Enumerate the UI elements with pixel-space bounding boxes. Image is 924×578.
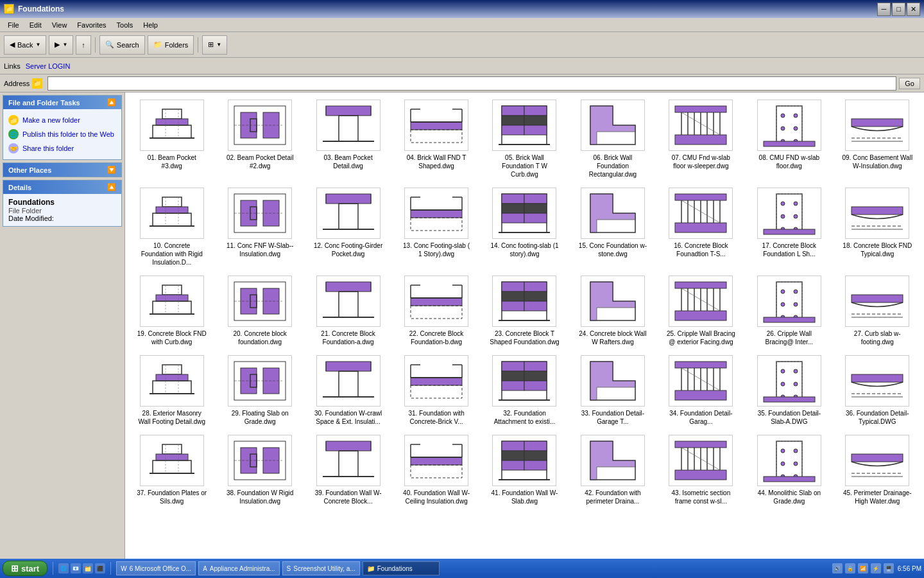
svg-rect-17 bbox=[411, 130, 462, 143]
taskbar-app-3[interactable]: S Screenshot Utility, a... bbox=[282, 561, 360, 575]
views-dropdown-icon[interactable]: ▼ bbox=[216, 42, 221, 48]
content-area[interactable]: 01. Beam Pocket #3.dwg 02. Beam Pocket D… bbox=[125, 92, 924, 559]
file-item[interactable]: 08. CMU FND w-slab floor.dwg bbox=[745, 95, 833, 183]
file-item[interactable]: 05. Brick Wall Foundation T W Curb.dwg bbox=[481, 95, 569, 183]
taskbar-app-2[interactable]: A Appliance Administra... bbox=[198, 561, 279, 575]
file-thumbnail bbox=[228, 435, 292, 486]
file-item[interactable]: 32. Foundation Attachment to existi... bbox=[481, 351, 569, 430]
go-button[interactable]: Go bbox=[899, 78, 920, 89]
other-section-header[interactable]: Other Places 🔽 bbox=[3, 163, 121, 177]
file-item[interactable]: 35. Foundation Detail-Slab-A.DWG bbox=[745, 351, 833, 430]
publish-folder-task[interactable]: 🌐 Publish this folder to the Web bbox=[8, 127, 116, 141]
close-button[interactable]: ✕ bbox=[907, 3, 920, 16]
up-button[interactable]: ↑ bbox=[76, 35, 91, 55]
file-item[interactable]: 17. Concrete Block Foundation L Sh... bbox=[745, 183, 833, 271]
windows-icon: ⊞ bbox=[11, 563, 19, 574]
file-item[interactable]: 18. Concrete Block FND Typical.dwg bbox=[834, 183, 921, 271]
tasks-section-header[interactable]: File and Folder Tasks 🔼 bbox=[3, 96, 121, 109]
file-item[interactable]: 29. Floating Slab on Grade.dwg bbox=[216, 351, 304, 430]
file-item[interactable]: 33. Foundation Detail-Garage T... bbox=[569, 351, 656, 430]
file-item[interactable]: 37. Foundation Plates or Sils.dwg bbox=[128, 430, 216, 510]
file-item[interactable]: 07. CMU Fnd w-slab floor w-sleeper.dwg bbox=[657, 95, 745, 183]
back-button[interactable]: ◀ Back ▼ bbox=[4, 35, 46, 55]
taskbar-app-4-foundations[interactable]: 📁 Foundations bbox=[363, 561, 440, 575]
file-item[interactable]: 04. Brick Wall FND T Shaped.dwg bbox=[392, 95, 480, 183]
tray-icon-3[interactable]: 📶 bbox=[858, 563, 868, 574]
file-item[interactable]: 26. Cripple Wall Bracing@ Inter... bbox=[745, 271, 833, 351]
file-item[interactable]: 09. Conc Basement Wall W-Insulation.dwg bbox=[834, 95, 921, 183]
menu-help[interactable]: Help bbox=[138, 20, 163, 30]
file-item[interactable]: 15. Conc Foundation w-stone.dwg bbox=[569, 183, 656, 271]
tray-icon-1[interactable]: 🔊 bbox=[832, 563, 843, 574]
file-item[interactable]: 11. Conc FNF W-Slab--Insulation.dwg bbox=[216, 183, 304, 271]
file-item[interactable]: 20. Concrete block foundation.dwg bbox=[216, 271, 304, 351]
tray-icon-4[interactable]: ⚡ bbox=[871, 563, 881, 574]
menu-view[interactable]: View bbox=[47, 20, 73, 30]
file-item[interactable]: 12. Conc Footing-Girder Pocket.dwg bbox=[304, 183, 392, 271]
file-item[interactable]: 38. Foundation W Rigid Insulation.dwg bbox=[216, 430, 304, 510]
file-item[interactable]: 10. Concrete Foundation with Rigid Insul… bbox=[128, 183, 216, 271]
file-name: 18. Concrete Block FND Typical.dwg bbox=[842, 241, 912, 258]
quicklaunch-icon-4[interactable]: ⬛ bbox=[95, 563, 105, 574]
server-login-link[interactable]: Server LOGIN bbox=[26, 62, 71, 70]
file-item[interactable]: 02. Beam Pocket Detail #2.dwg bbox=[216, 95, 304, 183]
file-item[interactable]: 34. Foundation Detail-Garag... bbox=[657, 351, 745, 430]
file-item[interactable]: 16. Concrete Block Founadtion T-S... bbox=[657, 183, 745, 271]
menu-favorites[interactable]: Favorites bbox=[72, 20, 111, 30]
file-item[interactable]: 40. Foundation Wall W-Ceiling Insulation… bbox=[392, 430, 480, 510]
svg-point-88 bbox=[781, 202, 785, 206]
address-input[interactable] bbox=[51, 80, 893, 87]
file-item[interactable]: 14. Conc footing-slab (1 story).dwg bbox=[481, 183, 569, 271]
folders-button[interactable]: 📁 Folders bbox=[148, 35, 194, 55]
forward-dropdown-icon[interactable]: ▼ bbox=[62, 42, 67, 48]
file-thumbnail bbox=[228, 100, 292, 151]
file-item[interactable]: 44. Monolithic Slab on Grade.dwg bbox=[745, 430, 833, 510]
views-button[interactable]: ⊞ ▼ bbox=[202, 35, 227, 55]
file-item[interactable]: 01. Beam Pocket #3.dwg bbox=[128, 95, 216, 183]
file-item[interactable]: 45. Perimeter Drainage-High Water.dwg bbox=[834, 430, 921, 510]
quicklaunch-icon-3[interactable]: 🗂️ bbox=[83, 563, 93, 574]
file-item[interactable]: 41. Foundation Wall W-Slab.dwg bbox=[481, 430, 569, 510]
file-item[interactable]: 27. Curb slab w-footing.dwg bbox=[834, 271, 921, 351]
file-item[interactable]: 13. Conc Footing-slab ( 1 Story).dwg bbox=[392, 183, 480, 271]
svg-rect-216 bbox=[502, 441, 524, 451]
taskbar-app-1[interactable]: W 6 Microsoft Office O... bbox=[116, 561, 196, 575]
file-item[interactable]: 31. Foundation with Concrete-Brick V... bbox=[392, 351, 480, 430]
maximize-button[interactable]: □ bbox=[892, 3, 905, 16]
tray-icon-5[interactable]: 🖥️ bbox=[884, 563, 894, 574]
menu-file[interactable]: File bbox=[3, 20, 24, 30]
file-item[interactable]: 03. Beam Pocket Detail.dwg bbox=[304, 95, 392, 183]
file-item[interactable]: 39. Foundation Wall W-Concrete Block... bbox=[304, 430, 392, 510]
file-name: 25. Cripple Wall Bracing @ exterior Faci… bbox=[665, 329, 736, 346]
quicklaunch-icon-2[interactable]: 📧 bbox=[71, 563, 81, 574]
forward-button[interactable]: ▶ ▼ bbox=[49, 35, 73, 55]
start-button[interactable]: ⊞ start bbox=[3, 561, 47, 576]
file-item[interactable]: 19. Concrete Block FND with Curb.dwg bbox=[128, 271, 216, 351]
file-item[interactable]: 22. Concrete Block Foundation-b.dwg bbox=[392, 271, 480, 351]
share-folder-task[interactable]: 🤝 Share this folder bbox=[8, 141, 116, 155]
links-label: Links bbox=[4, 62, 21, 70]
make-new-folder-task[interactable]: 📁 Make a new folder bbox=[8, 113, 116, 127]
file-item[interactable]: 06. Brick Wall Foundation Rectangular.dw… bbox=[569, 95, 656, 183]
file-item[interactable]: 24. Concrete block Wall W Rafters.dwg bbox=[569, 271, 656, 351]
search-button[interactable]: 🔍 Search bbox=[99, 35, 145, 55]
menu-tools[interactable]: Tools bbox=[112, 20, 139, 30]
svg-rect-71 bbox=[502, 204, 524, 213]
file-item[interactable]: 28. Exterior Masonry Wall Footing Detail… bbox=[128, 351, 216, 430]
file-item[interactable]: 42. Foundation with perimeter Draina... bbox=[569, 430, 656, 510]
file-item[interactable]: 36. Foundation Detail-Typical.DWG bbox=[834, 351, 921, 430]
menu-edit[interactable]: Edit bbox=[24, 20, 47, 30]
minimize-button[interactable]: ─ bbox=[877, 3, 891, 16]
svg-rect-22 bbox=[502, 116, 524, 125]
file-item[interactable]: 23. Concrete Block T Shaped Foundation.d… bbox=[481, 271, 569, 351]
file-item[interactable]: 21. Concrete Block Foundation-a.dwg bbox=[304, 271, 392, 351]
file-item[interactable]: 30. Foundation W-crawl Space & Ext. Insu… bbox=[304, 351, 392, 430]
back-dropdown-icon[interactable]: ▼ bbox=[35, 42, 40, 48]
file-thumbnail bbox=[845, 355, 909, 407]
details-section-header[interactable]: Details 🔼 bbox=[3, 180, 121, 194]
tray-icon-2[interactable]: 🔒 bbox=[845, 563, 855, 574]
file-item[interactable]: 43. Isometric section frame const w-sl..… bbox=[657, 430, 745, 510]
quicklaunch-icon-1[interactable]: 🌐 bbox=[58, 563, 69, 574]
file-item[interactable]: 25. Cripple Wall Bracing @ exterior Faci… bbox=[657, 271, 745, 351]
svg-rect-98 bbox=[162, 285, 182, 295]
